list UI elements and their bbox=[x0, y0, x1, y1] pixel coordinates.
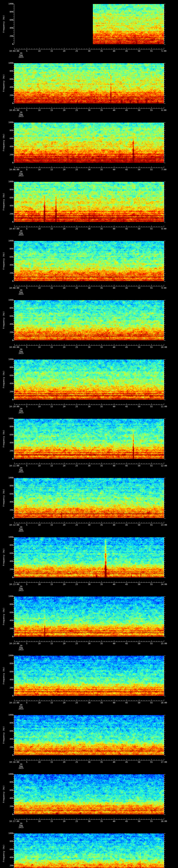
y-axis-title: Frequency (Hz) bbox=[3, 63, 5, 103]
y-tick-label: 1000 bbox=[5, 417, 13, 420]
y-tick-label: 600 bbox=[5, 552, 13, 555]
y-tick-label: 800 bbox=[5, 722, 13, 724]
y-tick-label: 600 bbox=[5, 789, 13, 792]
x-end-time-label: 17:00 bbox=[157, 761, 171, 763]
y-tick-label: 0 bbox=[5, 102, 13, 104]
spectrogram-panel-101800: Frequency (Hz)0200400600800100010:18:005… bbox=[0, 830, 178, 868]
date-year-label: 2015 bbox=[15, 471, 27, 473]
y-tick-label: 800 bbox=[5, 840, 13, 842]
y-tick-label: 200 bbox=[5, 568, 13, 570]
y-tick-label: 400 bbox=[5, 205, 13, 207]
y-axis-title: Frequency (Hz) bbox=[3, 596, 5, 637]
y-tick-label: 400 bbox=[5, 86, 13, 88]
y-tick-label: 800 bbox=[5, 189, 13, 191]
y-tick-label: 600 bbox=[5, 434, 13, 436]
y-tick-label: 200 bbox=[5, 391, 13, 393]
date-year-label: 2015 bbox=[15, 767, 27, 769]
date-year-label: 2015 bbox=[15, 293, 27, 295]
y-tick-label: 600 bbox=[5, 78, 13, 81]
y-tick-label: 400 bbox=[5, 619, 13, 622]
y-axis-title: Frequency (Hz) bbox=[3, 122, 5, 163]
date-year-label: 2015 bbox=[15, 352, 27, 354]
spectrogram-panel-101000: Frequency (Hz)0200400600800100010:10:005… bbox=[0, 355, 178, 415]
y-tick-label: 1000 bbox=[5, 240, 13, 242]
date-year-label: 2015 bbox=[15, 116, 27, 117]
y-tick-label: 200 bbox=[5, 805, 13, 808]
spectrogram-plot bbox=[0, 830, 178, 868]
y-tick-label: 1000 bbox=[5, 62, 13, 64]
y-tick-label: 400 bbox=[5, 738, 13, 740]
y-tick-label: 600 bbox=[5, 493, 13, 495]
y-tick-label: 800 bbox=[5, 544, 13, 546]
spectrogram-panel-100800: Frequency (Hz)0200400600800100010:08:005… bbox=[0, 237, 178, 296]
y-tick-label: 400 bbox=[5, 323, 13, 325]
spectrogram-page: { "chart_data": { "type": "heatmap", "su… bbox=[0, 0, 178, 868]
y-tick-label: 1000 bbox=[5, 299, 13, 301]
y-tick-label: 600 bbox=[5, 315, 13, 317]
spectrogram-panel-100900: Frequency (Hz)0200400600800100010:09:005… bbox=[0, 296, 178, 355]
y-tick-label: 1000 bbox=[5, 181, 13, 183]
y-tick-label: 400 bbox=[5, 382, 13, 385]
y-axis-title: Frequency (Hz) bbox=[3, 359, 5, 400]
x-end-time-label: 6:00 bbox=[157, 109, 171, 112]
y-tick-label: 0 bbox=[5, 458, 13, 460]
y-tick-label: 600 bbox=[5, 197, 13, 199]
y-tick-label: 200 bbox=[5, 154, 13, 156]
y-axis-title: Frequency (Hz) bbox=[3, 182, 5, 222]
y-tick-label: 1000 bbox=[5, 3, 13, 5]
x-end-time-label: 15:00 bbox=[157, 643, 171, 645]
x-end-time-label: 5:00 bbox=[157, 50, 171, 52]
y-tick-label: 0 bbox=[5, 221, 13, 223]
spectrogram-panel-100600: Frequency (Hz)0200400600800100010:06:005… bbox=[0, 119, 178, 178]
y-tick-label: 400 bbox=[5, 560, 13, 562]
y-tick-label: 1000 bbox=[5, 536, 13, 538]
x-end-time-label: 10:00 bbox=[157, 346, 171, 348]
y-tick-label: 0 bbox=[5, 576, 13, 579]
y-axis-title: Frequency (Hz) bbox=[3, 300, 5, 340]
y-tick-label: 1000 bbox=[5, 654, 13, 657]
y-axis-title: Frequency (Hz) bbox=[3, 4, 5, 44]
y-tick-label: 0 bbox=[5, 280, 13, 282]
spectrogram-panel-101200: Frequency (Hz)0200400600800100010:12:005… bbox=[0, 474, 178, 533]
date-year-label: 2015 bbox=[15, 827, 27, 829]
y-tick-label: 200 bbox=[5, 627, 13, 630]
y-tick-label: 0 bbox=[5, 695, 13, 697]
y-tick-label: 0 bbox=[5, 43, 13, 45]
spectrogram-panel-101100: Frequency (Hz)0200400600800100010:11:005… bbox=[0, 415, 178, 474]
y-tick-label: 800 bbox=[5, 11, 13, 13]
y-tick-label: 800 bbox=[5, 485, 13, 487]
y-tick-label: 0 bbox=[5, 399, 13, 401]
y-tick-label: 1000 bbox=[5, 832, 13, 835]
y-tick-label: 800 bbox=[5, 70, 13, 72]
y-tick-label: 400 bbox=[5, 146, 13, 148]
spectrogram-panel-101300: Frequency (Hz)0200400600800100010:13:005… bbox=[0, 533, 178, 593]
y-tick-label: 800 bbox=[5, 662, 13, 665]
y-tick-label: 200 bbox=[5, 865, 13, 867]
y-tick-label: 400 bbox=[5, 501, 13, 503]
date-year-label: 2015 bbox=[15, 234, 27, 236]
y-tick-label: 0 bbox=[5, 754, 13, 756]
y-tick-label: 600 bbox=[5, 256, 13, 258]
date-year-label: 2015 bbox=[15, 175, 27, 177]
y-tick-label: 1000 bbox=[5, 773, 13, 775]
y-tick-label: 0 bbox=[5, 339, 13, 341]
y-tick-label: 0 bbox=[5, 162, 13, 164]
y-axis-title: Frequency (Hz) bbox=[3, 774, 5, 814]
x-end-time-label: 13:00 bbox=[157, 524, 171, 526]
spectrogram-panel-101500: Frequency (Hz)0200400600800100010:15:005… bbox=[0, 652, 178, 711]
y-tick-label: 1000 bbox=[5, 358, 13, 361]
date-year-label: 2015 bbox=[15, 412, 27, 414]
x-end-time-label: 7:00 bbox=[157, 168, 171, 171]
y-axis-title: Frequency (Hz) bbox=[3, 715, 5, 755]
date-year-label: 2015 bbox=[15, 56, 27, 58]
date-year-label: 2015 bbox=[15, 708, 27, 710]
y-tick-label: 600 bbox=[5, 730, 13, 732]
date-year-label: 2015 bbox=[15, 590, 27, 591]
y-axis-title: Frequency (Hz) bbox=[3, 478, 5, 518]
y-tick-label: 600 bbox=[5, 19, 13, 21]
y-tick-label: 200 bbox=[5, 272, 13, 274]
y-tick-label: 0 bbox=[5, 813, 13, 815]
y-tick-label: 600 bbox=[5, 374, 13, 377]
y-tick-label: 400 bbox=[5, 797, 13, 799]
y-tick-label: 1000 bbox=[5, 595, 13, 597]
